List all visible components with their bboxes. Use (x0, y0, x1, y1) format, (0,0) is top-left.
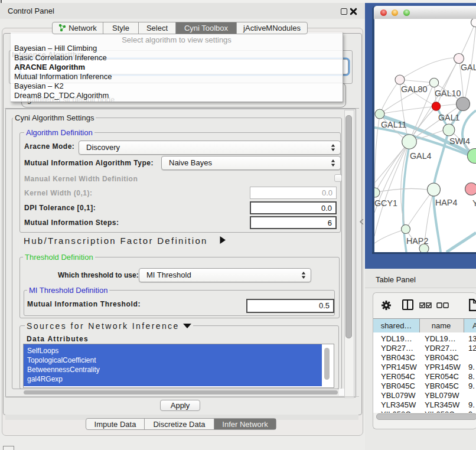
svg-text:GAL1: GAL1 (438, 113, 460, 122)
svg-text:HAP4: HAP4 (435, 198, 457, 207)
svg-text:GAL4: GAL4 (410, 151, 432, 161)
svg-text:GAL11: GAL11 (381, 120, 406, 129)
svg-text:GAL80: GAL80 (401, 84, 428, 94)
svg-text:GAL7: GAL7 (461, 63, 476, 72)
svg-text:GCY1: GCY1 (374, 198, 397, 208)
svg-text:SWI4: SWI4 (449, 136, 470, 146)
svg-text:HAP2: HAP2 (406, 236, 428, 246)
svg-text:GAL10: GAL10 (435, 89, 461, 98)
svg-text:Y: Y (472, 198, 476, 208)
